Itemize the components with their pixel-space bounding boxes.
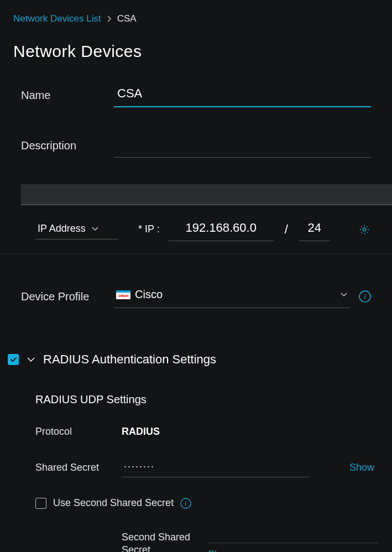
svg-text:i: i: [185, 499, 186, 507]
ip-settings-button[interactable]: [358, 223, 371, 236]
name-input[interactable]: [114, 83, 371, 107]
second-secret-label: Second Shared Secret: [122, 531, 208, 552]
ip-mask-input[interactable]: [299, 217, 330, 241]
radius-section-title: RADIUS Authentication Settings: [43, 352, 216, 367]
breadcrumb-parent-link[interactable]: Network Devices List: [13, 13, 101, 24]
gear-icon: [358, 223, 370, 236]
device-profile-label: Device Profile: [21, 290, 114, 303]
svg-text:i: i: [364, 292, 366, 300]
ip-mask-separator: /: [285, 222, 288, 237]
protocol-value: RADIUS: [122, 426, 160, 438]
ip-section-band: [21, 184, 392, 205]
check-icon: [10, 357, 17, 362]
use-second-secret-label: Use Second Shared Secret: [53, 497, 174, 509]
show-second-secret-button[interactable]: Show: [208, 549, 233, 552]
device-profile-value: Cisco: [135, 288, 163, 301]
ip-address-input[interactable]: [169, 217, 274, 241]
use-second-secret-checkbox[interactable]: [35, 498, 46, 509]
second-secret-info-button[interactable]: i: [180, 498, 191, 509]
svg-point-0: [363, 228, 366, 231]
description-label: Description: [21, 139, 114, 152]
second-secret-input[interactable]: [208, 531, 379, 543]
radius-udp-title: RADIUS UDP Settings: [35, 393, 379, 406]
chevron-right-icon: [107, 15, 112, 23]
protocol-label: Protocol: [35, 426, 122, 438]
name-label: Name: [21, 89, 114, 102]
chevron-down-icon: [340, 292, 348, 297]
expand-collapse-button[interactable]: [27, 357, 35, 362]
breadcrumb: Network Devices List CSA: [0, 0, 392, 24]
device-profile-dropdown[interactable]: cisco Cisco: [114, 285, 350, 308]
ip-type-dropdown[interactable]: IP Address: [35, 220, 118, 239]
ip-type-value: IP Address: [38, 223, 86, 235]
info-icon: i: [359, 290, 371, 303]
shared-secret-label: Shared Secret: [35, 462, 122, 473]
description-input[interactable]: [114, 134, 371, 158]
chevron-down-icon: [91, 226, 99, 231]
shared-secret-input[interactable]: [122, 457, 310, 477]
device-profile-info-button[interactable]: i: [359, 290, 371, 303]
page-title: Network Devices: [13, 42, 379, 61]
info-icon: i: [180, 498, 191, 509]
cisco-logo-icon: cisco: [116, 290, 130, 299]
breadcrumb-current: CSA: [117, 13, 137, 24]
ip-required-label: * IP :: [138, 223, 160, 235]
radius-enable-checkbox[interactable]: [8, 354, 19, 365]
show-secret-button[interactable]: Show: [349, 462, 379, 473]
